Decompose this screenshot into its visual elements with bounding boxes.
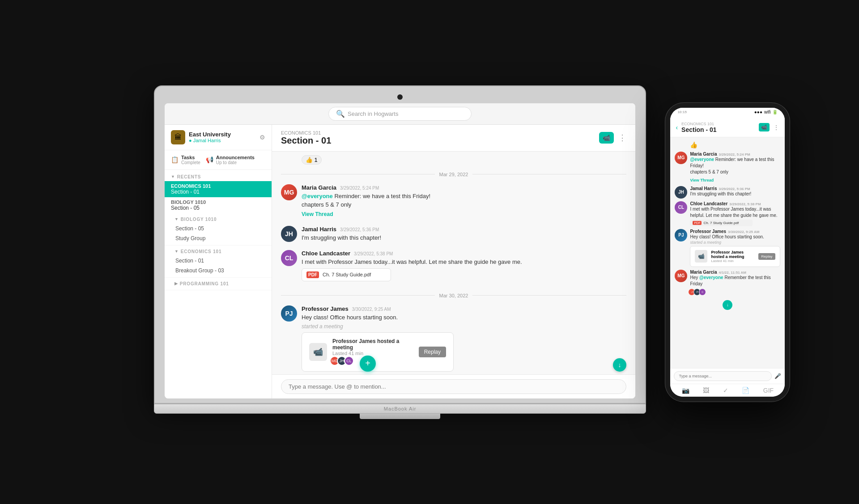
- biology-group-label[interactable]: ▼ BIOLOGY 1010: [165, 213, 272, 224]
- phone-message-row: MG Maria Garcia 4/1/22, 11:51 AM Hey @ev…: [675, 270, 780, 296]
- phone-message-row: JH Jamal Harris 3/29/2022, 5:36 PM I'm s…: [675, 186, 780, 199]
- emoji-reaction[interactable]: 👍 1: [302, 155, 322, 165]
- message-text: Hey class! Office hours starting soon.: [302, 313, 626, 322]
- channel-header: ECONOMICS 101 Section - 01 📹 ⋮: [272, 125, 635, 152]
- compose-fab-button[interactable]: +: [360, 356, 376, 372]
- macbook-camera: [397, 94, 403, 100]
- phone-msg-header: Professor James 3/30/2022, 9:25 AM: [690, 229, 780, 234]
- programming-group-label[interactable]: ▶ PROGRAMMING 101: [165, 278, 272, 288]
- message-author: Professor James: [302, 305, 349, 312]
- message-extra-text: chapters 5 & 7 only: [302, 200, 626, 209]
- date-divider-mar29: Mar 29, 2022: [281, 166, 626, 182]
- org-info: East University Jamal Harris: [189, 131, 231, 143]
- phone-thread-link[interactable]: View Thread: [690, 178, 714, 182]
- macbook-base: MacBook Air: [154, 404, 646, 414]
- phone-mention: @everyone: [690, 157, 714, 162]
- phone-meeting-card: 📹 Professor James hosted a meeting Laste…: [690, 246, 780, 267]
- phone: 10:15 ●●● wifi 🔋 ‹ ECONOMICS 101 Section…: [665, 102, 790, 402]
- message-text: I met with Professor James today...it wa…: [302, 258, 626, 267]
- message-text: I'm struggling with this chapter!: [302, 233, 626, 242]
- sidebar-item-biology-1010[interactable]: BIOLOGY 1010 Section - 05: [165, 197, 272, 213]
- phone-messages[interactable]: 👍 MG Maria Garcia 3/29/2022, 5:24 PM: [670, 137, 785, 368]
- image-icon[interactable]: 🖼: [703, 387, 709, 394]
- meeting-duration: Lasted 41 min: [332, 351, 413, 356]
- phone-msg-time: 3/29/2022, 5:38 PM: [729, 202, 761, 206]
- phone-msg-time: 3/30/2022, 9:25 AM: [728, 230, 759, 234]
- message-content: Maria Garcia 3/29/2022, 5:24 PM @everyon…: [302, 184, 626, 218]
- file-attachment[interactable]: PDF Ch. 7 Study Guide.pdf: [302, 268, 391, 281]
- mention: @everyone: [302, 193, 333, 199]
- message-time: 3/29/2022, 5:24 PM: [340, 186, 379, 191]
- replay-button[interactable]: Replay: [419, 347, 446, 357]
- tasks-widget[interactable]: 📋 Tasks Complete: [171, 155, 200, 165]
- phone-file-attachment[interactable]: PDF Ch. 7 Study Guide.pdf: [690, 220, 753, 226]
- check-icon[interactable]: ✓: [723, 387, 728, 394]
- meeting-participant-avatar: CL: [344, 356, 354, 366]
- phone-msg-text: @everyone Reminder: we have a test this …: [690, 157, 780, 169]
- tasks-label: Tasks: [181, 155, 200, 160]
- phone-msg-text: Hey @everyone Remember the test this Fri…: [690, 275, 780, 287]
- message-author: Jamal Harris: [302, 226, 336, 233]
- phone-mic-icon[interactable]: 🎤: [774, 373, 781, 379]
- search-placeholder: Search in Hogwarts: [348, 110, 398, 117]
- video-call-button[interactable]: 📹: [599, 132, 614, 144]
- announcements-widget[interactable]: 📢 Announcements Up to date: [206, 155, 255, 165]
- phone-msg-extra: chapters 5 & 7 only: [690, 169, 780, 175]
- economics-group-label[interactable]: ▼ ECONOMICS 101: [165, 246, 272, 256]
- signal-icon: ●●●: [754, 110, 762, 114]
- camera-icon[interactable]: 📷: [682, 387, 689, 394]
- sidebar-item-economics-breakout03[interactable]: Breakout Group - 03: [165, 266, 272, 275]
- document-icon[interactable]: 📄: [742, 387, 749, 394]
- phone-msg-content: Maria Garcia 3/29/2022, 5:24 PM @everyon…: [690, 152, 780, 183]
- message-content: Professor James 3/30/2022, 9:25 AM Hey c…: [302, 305, 626, 372]
- more-options-button[interactable]: ⋮: [618, 133, 626, 143]
- tasks-icon: 📋: [171, 156, 179, 163]
- phone-msg-header: Chloe Landcaster 3/29/2022, 5:38 PM: [690, 201, 780, 206]
- phone-msg-header: Jamal Harris 3/29/2022, 5:36 PM: [690, 186, 751, 191]
- message-row: JH Jamal Harris 3/29/2022, 5:36 PM I'm s…: [281, 224, 626, 244]
- gif-icon[interactable]: GIF: [763, 387, 774, 394]
- settings-icon[interactable]: ⚙: [259, 134, 265, 141]
- phone-status-bar: 10:15 ●●● wifi 🔋: [670, 108, 785, 118]
- macbook-screen: 🔍 Search in Hogwarts 🏛: [165, 103, 635, 398]
- sidebar-item-economics-section01[interactable]: Section - 01: [165, 256, 272, 266]
- sidebar-item-economics-101-active[interactable]: ECONOMICS 101 Section - 01: [165, 181, 272, 197]
- message-input[interactable]: [281, 379, 626, 394]
- org-icon: 🏛: [171, 130, 185, 144]
- phone-avatar: PJ: [675, 229, 687, 241]
- phone-msg-header: Maria Garcia 4/1/22, 11:51 AM: [690, 270, 780, 275]
- search-bar[interactable]: 🔍 Search in Hogwarts: [328, 107, 472, 121]
- sidebar-item-biology-study-group[interactable]: Study Group: [165, 233, 272, 243]
- scroll-down-button[interactable]: ↓: [613, 358, 626, 372]
- phone-replay-button[interactable]: Replay: [758, 253, 776, 260]
- view-thread-link[interactable]: View Thread: [302, 211, 333, 217]
- phone-file-name: Ch. 7 Study Guide.pdf: [703, 221, 739, 225]
- message-row: CL Chloe Landcaster 3/29/2022, 5:38 PM I…: [281, 248, 626, 283]
- org-name: East University: [189, 131, 231, 138]
- meeting-video-icon: 📹: [309, 343, 327, 361]
- messages-area[interactable]: 👍 1 Mar 29, 2022 MG: [272, 152, 635, 374]
- avatar: JH: [281, 226, 297, 242]
- tasks-text: Tasks Complete: [181, 155, 200, 165]
- phone-message-input[interactable]: [674, 371, 772, 381]
- phone-toolbar: 📷 🖼 ✓ 📄 GIF: [670, 384, 785, 397]
- sidebar-widgets: 📋 Tasks Complete 📢 Announcements: [165, 150, 272, 170]
- phone-more-button[interactable]: ⋮: [773, 124, 779, 131]
- message-content: Chloe Landcaster 3/29/2022, 5:38 PM I me…: [302, 250, 626, 281]
- sidebar-item-biology-section05[interactable]: Section - 05: [165, 224, 272, 233]
- app-layout: 🏛 East University Jamal Harris ⚙: [165, 125, 635, 398]
- phone-msg-content: Jamal Harris 3/29/2022, 5:36 PM I'm stru…: [690, 186, 751, 199]
- phone-back-button[interactable]: ‹: [676, 124, 678, 131]
- date-divider-mar30: Mar 30, 2022: [281, 288, 626, 304]
- phone-meeting-duration: Lasted 41 min: [711, 259, 754, 263]
- phone-channel-course: ECONOMICS 101: [681, 122, 755, 126]
- channel-course: ECONOMICS 101: [281, 130, 331, 136]
- phone-meeting-icon: 📹: [695, 250, 707, 263]
- phone-scroll-down-button[interactable]: ↓: [723, 300, 732, 310]
- message-header: Jamal Harris 3/29/2022, 5:36 PM: [302, 226, 626, 233]
- channel-info: ECONOMICS 101 Section - 01: [281, 130, 331, 146]
- phone-screen: 👍 MG Maria Garcia 3/29/2022, 5:24 PM: [670, 137, 785, 397]
- scene: 🔍 Search in Hogwarts 🏛: [0, 0, 859, 504]
- phone-video-button[interactable]: 📹: [759, 123, 770, 131]
- sidebar: 🏛 East University Jamal Harris ⚙: [165, 125, 272, 398]
